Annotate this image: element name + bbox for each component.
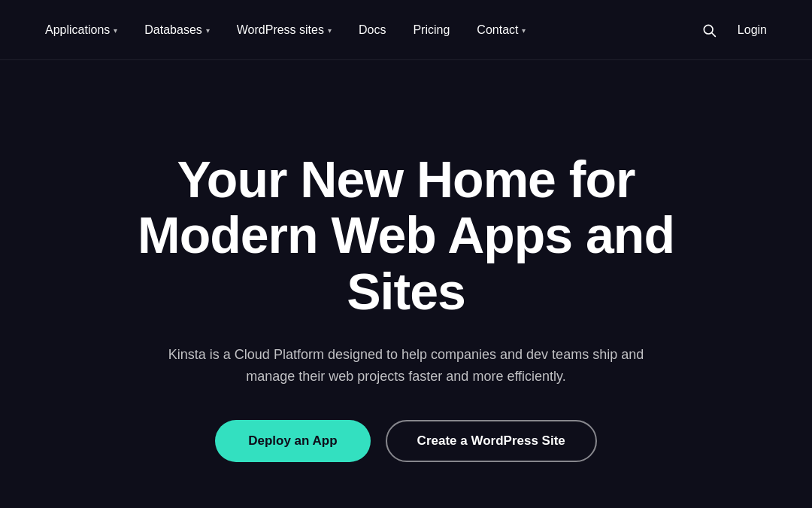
- nav-right: Login: [701, 23, 767, 38]
- search-button[interactable]: [701, 23, 717, 38]
- nav-item-docs[interactable]: Docs: [359, 23, 386, 37]
- login-button[interactable]: Login: [738, 23, 767, 37]
- hero-subtitle: Kinsta is a Cloud Platform designed to h…: [150, 344, 662, 388]
- nav-item-wordpress-sites[interactable]: WordPress sites ▾: [237, 23, 332, 37]
- chevron-down-icon: ▾: [114, 26, 117, 35]
- hero-title: Your New Home for Modern Web Apps and Si…: [120, 151, 692, 320]
- nav-item-contact[interactable]: Contact ▾: [477, 23, 526, 37]
- nav-item-applications[interactable]: Applications ▾: [45, 23, 117, 37]
- hero-section: Your New Home for Modern Web Apps and Si…: [0, 60, 812, 508]
- hero-buttons: Deploy an App Create a WordPress Site: [215, 420, 597, 462]
- nav-label-pricing: Pricing: [413, 23, 450, 37]
- nav-label-databases: Databases: [144, 23, 202, 37]
- nav-label-contact: Contact: [477, 23, 518, 37]
- chevron-down-icon: ▾: [206, 26, 210, 35]
- nav-label-applications: Applications: [45, 23, 110, 37]
- svg-line-1: [712, 32, 716, 36]
- nav-item-databases[interactable]: Databases ▾: [144, 23, 210, 37]
- deploy-app-button[interactable]: Deploy an App: [215, 420, 370, 462]
- nav-label-docs: Docs: [359, 23, 386, 37]
- create-wordpress-site-button[interactable]: Create a WordPress Site: [386, 420, 597, 462]
- search-icon: [701, 23, 717, 38]
- nav-item-pricing[interactable]: Pricing: [413, 23, 450, 37]
- chevron-down-icon: ▾: [522, 26, 526, 35]
- nav-label-wordpress-sites: WordPress sites: [237, 23, 324, 37]
- navbar: Applications ▾ Databases ▾ WordPress sit…: [0, 0, 812, 60]
- nav-left: Applications ▾ Databases ▾ WordPress sit…: [45, 23, 526, 37]
- chevron-down-icon: ▾: [328, 26, 332, 35]
